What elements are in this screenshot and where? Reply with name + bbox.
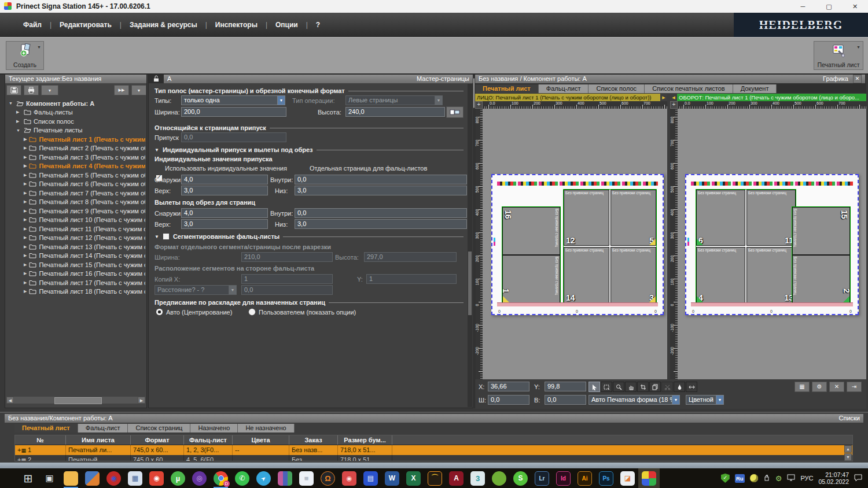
chevron-down-icon[interactable]: ▼ bbox=[856, 45, 860, 49]
page-cell[interactable]: Без привязки страниц3 bbox=[610, 247, 656, 303]
task-view-button[interactable]: ▣ bbox=[39, 468, 60, 488]
calculator[interactable]: ▦ bbox=[124, 468, 146, 488]
print-button[interactable] bbox=[24, 85, 39, 95]
media-grabber[interactable]: ⌒ bbox=[424, 468, 446, 488]
tab[interactable]: Назначено bbox=[190, 424, 238, 432]
margin-field[interactable]: 0,0 bbox=[181, 132, 286, 142]
expand-arrow-icon[interactable]: ▶ bbox=[24, 164, 27, 168]
page-cell-rotated[interactable]: Без привязки страниц1 bbox=[502, 255, 560, 303]
expand-arrow-icon[interactable]: ▶ bbox=[24, 280, 27, 285]
cut-tool[interactable] bbox=[661, 382, 673, 392]
word[interactable]: W bbox=[381, 468, 403, 488]
tree-item[interactable]: ▶Печатный лист 11 (Печать с чужим оборот… bbox=[6, 224, 145, 234]
column-header[interactable]: Заказ bbox=[289, 435, 338, 445]
page-cell[interactable]: Без привязки страниц6 bbox=[696, 190, 745, 246]
scroll-left-icon[interactable]: ◀ bbox=[6, 397, 14, 404]
measure-tool[interactable] bbox=[686, 382, 697, 392]
scroll-up-icon[interactable]: ▲ bbox=[844, 445, 852, 453]
margin-bottom-field[interactable]: 3,0 bbox=[295, 186, 467, 195]
scroll-down-icon[interactable]: ▼ bbox=[844, 453, 852, 461]
menu-item[interactable]: Опции bbox=[275, 21, 298, 29]
form-vertical-scrollbar[interactable] bbox=[468, 84, 472, 407]
tab[interactable]: Список печатных листов bbox=[645, 84, 733, 93]
pane-prev-icon[interactable]: ◀ bbox=[670, 94, 677, 101]
bleed-top-field[interactable]: 3,0 bbox=[181, 219, 268, 229]
table-vertical-scrollbar[interactable]: ▲ ▼ bbox=[844, 445, 852, 461]
expand-arrow-icon[interactable]: ▶ bbox=[24, 217, 27, 222]
page-cell-rotated[interactable]: Без привязки страниц16 bbox=[502, 207, 560, 255]
page-cell[interactable]: Без привязки страниц14 bbox=[564, 247, 609, 303]
tree-item[interactable]: ▶Печатный лист 5 (Печать с чужим оборото… bbox=[6, 171, 145, 180]
notepad[interactable]: ≡ bbox=[296, 468, 317, 488]
tab[interactable]: Список страниц bbox=[128, 424, 190, 432]
ruler-origin-button[interactable]: + bbox=[670, 101, 678, 109]
menu-item[interactable]: ? bbox=[316, 21, 320, 29]
tree-horizontal-scrollbar[interactable]: ◀ ▶ bbox=[6, 396, 145, 404]
tab[interactable]: Фальц-лист bbox=[78, 424, 128, 432]
photoshop[interactable]: Ps bbox=[595, 468, 617, 488]
expand-arrow-icon[interactable]: ▶ bbox=[24, 253, 27, 258]
section-title-collapsible[interactable]: ▼ Индивидуальный припуск и вылеты под об… bbox=[155, 146, 464, 153]
cursor-tool[interactable] bbox=[589, 382, 600, 392]
frame-select-tool[interactable] bbox=[601, 382, 612, 392]
screenshot-tool[interactable]: ◉ bbox=[339, 468, 360, 488]
create-button[interactable]: ▼ Создать bbox=[6, 41, 44, 70]
tree-item[interactable]: ▶Печатный лист 15 (Печать с чужим оборот… bbox=[6, 260, 145, 269]
close-panel-icon[interactable]: ✕ bbox=[853, 75, 862, 83]
expand-arrow-icon[interactable]: ▶ bbox=[16, 110, 21, 114]
tor-browser[interactable]: ◎ bbox=[189, 468, 210, 488]
tree-item[interactable]: ▶Печатный лист 3 (Печать с чужим оборото… bbox=[6, 153, 145, 162]
tree-item[interactable]: ▶Печатный лист 7 (Печать с чужим оборото… bbox=[6, 188, 145, 198]
illustrator[interactable]: Ai bbox=[574, 468, 595, 488]
language-indicator[interactable]: РУС bbox=[800, 475, 813, 482]
pages-tool[interactable] bbox=[649, 382, 661, 392]
snagit[interactable]: S bbox=[510, 468, 531, 488]
vmware[interactable] bbox=[82, 468, 103, 488]
close-button[interactable]: ✕ bbox=[842, 0, 868, 13]
media-player[interactable]: ◉ bbox=[103, 468, 124, 488]
x-field[interactable]: 36,66 bbox=[488, 382, 529, 391]
whatsapp[interactable]: ✆ bbox=[231, 468, 253, 488]
backup-tool[interactable]: ▤ bbox=[360, 468, 381, 488]
chevron-down-icon[interactable]: ▼ bbox=[277, 95, 285, 105]
press-sheet-back[interactable]: Без привязки страниц6Без привязки страни… bbox=[685, 174, 859, 315]
scroll-right-icon[interactable]: ▶ bbox=[138, 397, 145, 404]
expand-all-button[interactable]: ▶▶ bbox=[114, 85, 129, 95]
section-title-collapsible[interactable]: ▼ Сегментированные фальц-листы bbox=[155, 233, 464, 240]
tab[interactable]: Не назначено bbox=[238, 424, 294, 432]
types-select[interactable]: только одна▼ bbox=[181, 95, 285, 105]
tab[interactable]: Печатный лист bbox=[14, 424, 78, 432]
winrar[interactable] bbox=[274, 468, 296, 488]
tab[interactable]: Документ bbox=[733, 84, 777, 93]
page-cell[interactable]: Без привязки страниц5 bbox=[610, 190, 656, 246]
utorrent[interactable]: µ bbox=[167, 468, 189, 488]
expand-arrow-icon[interactable]: ▶ bbox=[24, 263, 27, 267]
minimize-button[interactable]: ─ bbox=[790, 0, 816, 13]
distance-field[interactable]: 0,0 bbox=[241, 285, 333, 295]
tree-item[interactable]: ▼Компонент работы: A bbox=[6, 99, 145, 108]
tab[interactable]: Список полос bbox=[589, 84, 645, 93]
column-header[interactable]: Фальц-лист bbox=[184, 435, 233, 445]
leaf-app[interactable] bbox=[488, 468, 510, 488]
width-field[interactable]: 200,0 bbox=[181, 107, 286, 117]
notifications-icon[interactable] bbox=[854, 473, 862, 483]
column-header[interactable]: Размер бум... bbox=[338, 435, 392, 445]
tree-item[interactable]: ▶Печатный лист 16 (Печать с чужим оборот… bbox=[6, 269, 145, 279]
pane-next-icon[interactable]: ▶ bbox=[660, 94, 667, 101]
menu-item[interactable]: Файл bbox=[23, 21, 42, 29]
page-cell[interactable]: Без привязки страниц11 bbox=[746, 190, 796, 246]
collapse-arrow-icon[interactable]: ▼ bbox=[155, 147, 159, 153]
tray-app-gear-icon[interactable]: ⚙ bbox=[775, 475, 782, 482]
notes-3[interactable]: 3 bbox=[467, 468, 488, 488]
table-row[interactable]: +▦ 2Печатный...745,0 x 60...4, 5, 6(F0..… bbox=[15, 455, 852, 461]
seg-height-field[interactable]: 297,0 bbox=[364, 252, 457, 262]
fit-width-button[interactable]: ⇥ bbox=[847, 382, 862, 392]
expand-arrow-icon[interactable]: ▶ bbox=[24, 146, 27, 150]
bleed-outside-field[interactable]: 4,0 bbox=[181, 208, 268, 218]
save-button[interactable] bbox=[6, 85, 21, 95]
operation-type-select[interactable]: Левые страницы▼ bbox=[345, 95, 443, 105]
tree-item[interactable]: ▶Печатный лист 12 (Печать с чужим оборот… bbox=[6, 234, 145, 243]
chevron-down-icon[interactable]: ▼ bbox=[672, 395, 680, 405]
expand-arrow-icon[interactable]: ▶ bbox=[24, 245, 27, 249]
zoom-tool[interactable] bbox=[613, 382, 624, 392]
